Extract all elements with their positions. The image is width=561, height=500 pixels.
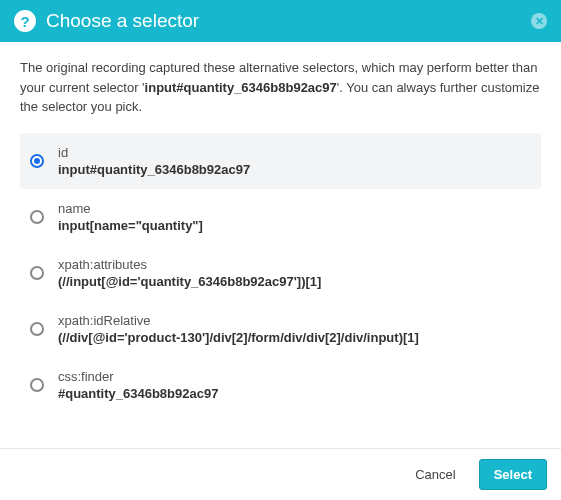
option-type: name bbox=[58, 201, 203, 216]
selector-options: id input#quantity_6346b8b92ac97 name inp… bbox=[20, 133, 541, 413]
option-value: (//div[@id='product-130']/div[2]/form/di… bbox=[58, 330, 419, 345]
option-type: xpath:idRelative bbox=[58, 313, 419, 328]
cancel-button[interactable]: Cancel bbox=[400, 459, 470, 490]
choose-selector-dialog: ? Choose a selector ✕ The original recor… bbox=[0, 0, 561, 500]
option-text: id input#quantity_6346b8b92ac97 bbox=[58, 145, 250, 177]
close-icon[interactable]: ✕ bbox=[531, 13, 547, 29]
selector-option-name[interactable]: name input[name="quantity"] bbox=[20, 189, 541, 245]
dialog-body: The original recording captured these al… bbox=[0, 42, 561, 448]
option-value: (//input[@id='quantity_6346b8b92ac97'])[… bbox=[58, 274, 321, 289]
dialog-header: ? Choose a selector ✕ bbox=[0, 0, 561, 42]
option-type: xpath:attributes bbox=[58, 257, 321, 272]
option-text: xpath:idRelative (//div[@id='product-130… bbox=[58, 313, 419, 345]
intro-highlight: input#quantity_6346b8b92ac97 bbox=[145, 80, 337, 95]
radio-icon bbox=[30, 210, 44, 224]
option-type: css:finder bbox=[58, 369, 218, 384]
selector-option-css-finder[interactable]: css:finder #quantity_6346b8b92ac97 bbox=[20, 357, 541, 413]
option-type: id bbox=[58, 145, 250, 160]
dialog-title: Choose a selector bbox=[46, 10, 521, 32]
help-icon: ? bbox=[14, 10, 36, 32]
selector-option-xpath-attributes[interactable]: xpath:attributes (//input[@id='quantity_… bbox=[20, 245, 541, 301]
radio-icon bbox=[30, 154, 44, 168]
option-value: input[name="quantity"] bbox=[58, 218, 203, 233]
selector-option-id[interactable]: id input#quantity_6346b8b92ac97 bbox=[20, 133, 541, 189]
option-text: css:finder #quantity_6346b8b92ac97 bbox=[58, 369, 218, 401]
radio-icon bbox=[30, 322, 44, 336]
option-text: name input[name="quantity"] bbox=[58, 201, 203, 233]
select-button[interactable]: Select bbox=[479, 459, 547, 490]
option-value: input#quantity_6346b8b92ac97 bbox=[58, 162, 250, 177]
selector-option-xpath-idrelative[interactable]: xpath:idRelative (//div[@id='product-130… bbox=[20, 301, 541, 357]
radio-icon bbox=[30, 266, 44, 280]
option-value: #quantity_6346b8b92ac97 bbox=[58, 386, 218, 401]
option-text: xpath:attributes (//input[@id='quantity_… bbox=[58, 257, 321, 289]
intro-text: The original recording captured these al… bbox=[20, 58, 541, 117]
dialog-footer: Cancel Select bbox=[0, 448, 561, 500]
radio-icon bbox=[30, 378, 44, 392]
